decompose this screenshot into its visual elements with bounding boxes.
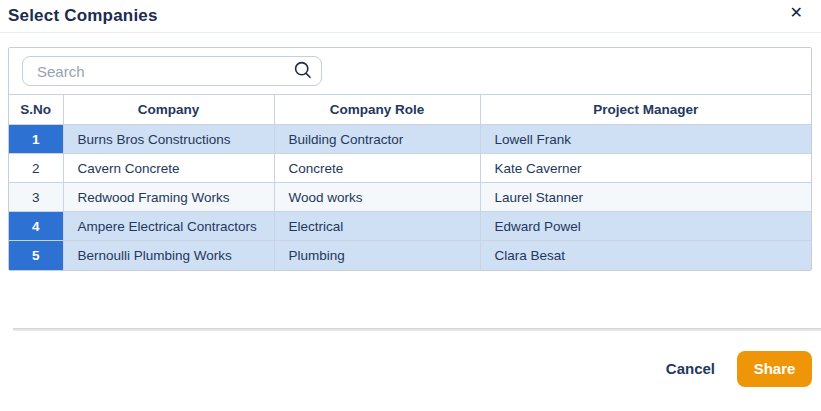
- cell-role: Wood works: [274, 183, 480, 212]
- cell-role: Concrete: [274, 154, 480, 183]
- cell-company: Cavern Concrete: [63, 154, 274, 183]
- column-header-sno: S.No: [9, 95, 63, 125]
- companies-panel: S.No Company Company Role Project Manage…: [8, 47, 812, 271]
- table-row[interactable]: 1 Burns Bros Constructions Building Cont…: [9, 125, 811, 154]
- cell-manager: Laurel Stanner: [480, 183, 811, 212]
- cell-company: Redwood Framing Works: [63, 183, 274, 212]
- cancel-button[interactable]: Cancel: [664, 354, 717, 383]
- table-header-row: S.No Company Company Role Project Manage…: [9, 95, 811, 125]
- search-input[interactable]: [22, 56, 322, 86]
- share-button[interactable]: Share: [737, 351, 812, 387]
- cell-sno: 4: [9, 212, 63, 241]
- cell-company: Burns Bros Constructions: [63, 125, 274, 154]
- table-row[interactable]: 5 Bernoulli Plumbing Works Plumbing Clar…: [9, 241, 811, 270]
- cell-sno: 3: [9, 183, 63, 212]
- table-row[interactable]: 4 Ampere Electrical Contractors Electric…: [9, 212, 811, 241]
- column-header-company: Company: [63, 95, 274, 125]
- modal-header: Select Companies ✕: [0, 0, 821, 32]
- search-row: [9, 48, 811, 94]
- footer-divider: [13, 328, 821, 331]
- cell-sno: 2: [9, 154, 63, 183]
- cell-sno: 5: [9, 241, 63, 270]
- companies-table: S.No Company Company Role Project Manage…: [9, 94, 811, 270]
- cell-sno: 1: [9, 125, 63, 154]
- search-box: [22, 56, 322, 86]
- cell-manager: Edward Powel: [480, 212, 811, 241]
- column-header-role: Company Role: [274, 95, 480, 125]
- header-divider: [0, 32, 821, 33]
- close-icon[interactable]: ✕: [787, 2, 806, 24]
- cell-company: Bernoulli Plumbing Works: [63, 241, 274, 270]
- cell-role: Building Contractor: [274, 125, 480, 154]
- cell-role: Plumbing: [274, 241, 480, 270]
- column-header-manager: Project Manager: [480, 95, 811, 125]
- cell-role: Electrical: [274, 212, 480, 241]
- table-row[interactable]: 2 Cavern Concrete Concrete Kate Caverner: [9, 154, 811, 183]
- cell-manager: Kate Caverner: [480, 154, 811, 183]
- page-title: Select Companies: [8, 6, 158, 26]
- cell-manager: Lowell Frank: [480, 125, 811, 154]
- cell-manager: Clara Besat: [480, 241, 811, 270]
- cell-company: Ampere Electrical Contractors: [63, 212, 274, 241]
- modal-footer: Cancel Share: [0, 351, 812, 387]
- table-row[interactable]: 3 Redwood Framing Works Wood works Laure…: [9, 183, 811, 212]
